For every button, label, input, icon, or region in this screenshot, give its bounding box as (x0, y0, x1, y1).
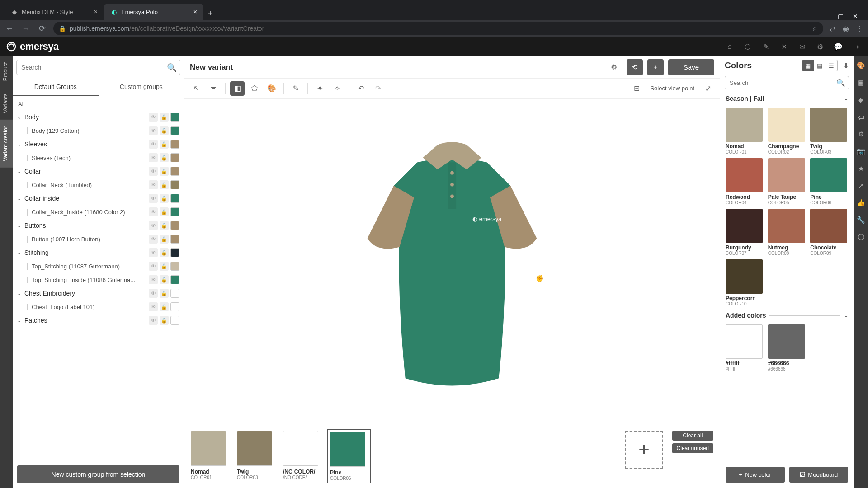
viewport-3d[interactable]: ◐ emersya ✊ (184, 99, 720, 425)
color-swatch[interactable] (170, 180, 179, 189)
color-card[interactable]: Nutmeg COLOR08 (768, 209, 806, 256)
lock-icon[interactable]: 🔒 (160, 126, 169, 135)
visibility-icon[interactable]: 👁 (149, 248, 158, 257)
browser-tab-active[interactable]: ◐ Emersya Polo × (104, 4, 203, 20)
colors-search-input[interactable] (725, 76, 849, 89)
color-swatch[interactable] (170, 235, 179, 244)
color-card[interactable]: Burgundy COLOR07 (726, 209, 764, 256)
group-header[interactable]: ⌄ Buttons 👁 🔒 (17, 219, 179, 232)
color-swatch[interactable] (170, 248, 179, 257)
color-card[interactable]: Champagne COLOR02 (768, 108, 806, 155)
grid-icon[interactable]: ⊞ (629, 81, 644, 96)
list-view-icon[interactable]: ☰ (826, 60, 837, 71)
group-item[interactable]: Button (1007 Horn Button) 👁 🔒 (17, 232, 179, 246)
close-icon[interactable]: × (94, 8, 98, 15)
rotate-tool-icon[interactable]: ⬠ (247, 81, 262, 96)
mail-icon[interactable]: ✉ (797, 42, 807, 51)
color-card[interactable]: Redwood COLOR04 (726, 158, 764, 205)
info-icon[interactable]: ⓘ (854, 230, 868, 244)
visibility-icon[interactable]: 👁 (149, 221, 158, 230)
rail-variants[interactable]: Variants (0, 87, 13, 119)
color-swatch[interactable] (170, 207, 179, 216)
color-swatch[interactable] (170, 113, 179, 122)
wrench-icon[interactable]: 🔧 (854, 213, 868, 227)
group-header[interactable]: ⌄ Collar inside 👁 🔒 (17, 192, 179, 205)
color-swatch[interactable] (170, 153, 179, 162)
visibility-icon[interactable]: 👁 (149, 180, 158, 189)
chat-icon[interactable]: 💬 (833, 42, 844, 51)
group-item[interactable]: Top_Stitching_Inside (11086 Guterma... 👁… (17, 273, 179, 286)
logo[interactable]: emersya (6, 41, 59, 52)
color-card[interactable]: Pale Taupe COLOR05 (768, 158, 806, 205)
groups-search-input[interactable] (16, 60, 180, 75)
translate-icon[interactable]: ⇄ (830, 24, 835, 33)
rail-variant-creator[interactable]: Variant creator (0, 120, 13, 168)
group-item[interactable]: Sleeves (Tech) 👁 🔒 (17, 151, 179, 164)
lock-icon[interactable]: 🔒 (160, 194, 169, 203)
lock-icon[interactable]: 🔒 (160, 262, 169, 271)
select-viewpoint-button[interactable]: Select view point (646, 85, 698, 92)
download-icon[interactable]: ⬇ (843, 61, 849, 70)
color-swatch[interactable] (170, 316, 179, 325)
label-icon[interactable]: 🏷 (854, 110, 868, 124)
group-header[interactable]: ⌄ Sleeves 👁 🔒 (17, 137, 179, 151)
visibility-icon[interactable]: 👁 (149, 262, 158, 271)
redo-icon[interactable]: ↷ (371, 81, 385, 96)
group-item[interactable]: Collar_Neck_Inside (11680 Color 2) 👁 🔒 (17, 205, 179, 219)
sparkle-tool-icon[interactable]: ✧ (330, 81, 344, 96)
camera-icon[interactable]: 📷 (854, 145, 868, 158)
group-header[interactable]: ⌄ Stitching 👁 🔒 (17, 246, 179, 259)
color-swatch[interactable] (170, 194, 179, 203)
visibility-icon[interactable]: 👁 (149, 113, 158, 122)
group-header[interactable]: ⌄ Collar 👁 🔒 (17, 164, 179, 178)
lock-icon[interactable]: 🔒 (160, 316, 169, 325)
thumbs-icon[interactable]: 👍 (854, 196, 868, 210)
new-custom-group-button[interactable]: New custom group from selection (17, 465, 179, 483)
search-icon[interactable]: 🔍 (167, 63, 177, 73)
lock-icon[interactable]: 🔒 (160, 275, 169, 284)
lock-icon[interactable]: 🔒 (160, 113, 169, 122)
pen-icon[interactable]: ✎ (760, 42, 771, 51)
color-card[interactable]: Twig COLOR03 (810, 108, 848, 155)
maximize-icon[interactable]: ▢ (838, 13, 844, 20)
used-color-swatch[interactable]: Pine COLOR06 (329, 431, 369, 482)
cursor-tool-icon[interactable]: ↖ (189, 81, 203, 96)
visibility-icon[interactable]: 👁 (149, 140, 158, 149)
visibility-icon[interactable]: 👁 (149, 235, 158, 244)
color-swatch[interactable] (170, 302, 179, 311)
save-button[interactable]: Save (668, 59, 714, 75)
add-color-button[interactable]: + (625, 431, 663, 469)
search-icon[interactable]: 🔍 (836, 79, 845, 87)
visibility-icon[interactable]: 👁 (149, 126, 158, 135)
close-icon[interactable]: × (193, 8, 197, 15)
eyedropper-tool-icon[interactable]: ✎ (288, 81, 303, 96)
tab-default-groups[interactable]: Default Groups (13, 79, 99, 96)
lock-icon[interactable]: 🔒 (160, 167, 169, 176)
color-card[interactable]: Chocolate COLOR09 (810, 209, 848, 256)
add-variant-button[interactable]: + (647, 59, 664, 75)
clear-unused-button[interactable]: Clear unused (672, 443, 713, 453)
visibility-icon[interactable]: 👁 (149, 316, 158, 325)
lock-icon[interactable]: 🔒 (160, 289, 169, 298)
wand-tool-icon[interactable]: ✦ (312, 81, 327, 96)
refresh-button[interactable]: ⟲ (627, 59, 643, 75)
lock-icon[interactable]: 🔒 (160, 248, 169, 257)
visibility-icon[interactable]: 👁 (149, 275, 158, 284)
browser-tab-inactive[interactable]: ◆ Mendix DLM - Style × (5, 4, 104, 20)
gear-icon[interactable]: ⚙ (815, 42, 826, 51)
reload-icon[interactable]: ⟳ (37, 23, 47, 33)
layers-icon[interactable]: ▣ (854, 76, 868, 89)
clear-all-button[interactable]: Clear all (672, 431, 713, 441)
menu-icon[interactable]: ⋮ (856, 24, 863, 33)
used-color-swatch[interactable]: /NO COLOR/ /NO CODE/ (283, 431, 323, 480)
color-card[interactable]: #666666 #666666 (768, 324, 806, 371)
url-bar[interactable]: 🔒 publish.emersya.com/en/collaborativeDe… (53, 22, 823, 35)
added-section-header[interactable]: Added colors ⌄ (720, 310, 854, 321)
rail-product[interactable]: Product (0, 56, 13, 87)
tag-tool-icon[interactable]: ⏷ (206, 81, 221, 96)
color-swatch[interactable] (170, 167, 179, 176)
used-color-swatch[interactable]: Nomad COLOR01 (191, 431, 231, 480)
lock-icon[interactable]: 🔒 (160, 153, 169, 162)
material-icon[interactable]: ◆ (854, 93, 868, 107)
color-card[interactable]: Nomad COLOR01 (726, 108, 764, 155)
